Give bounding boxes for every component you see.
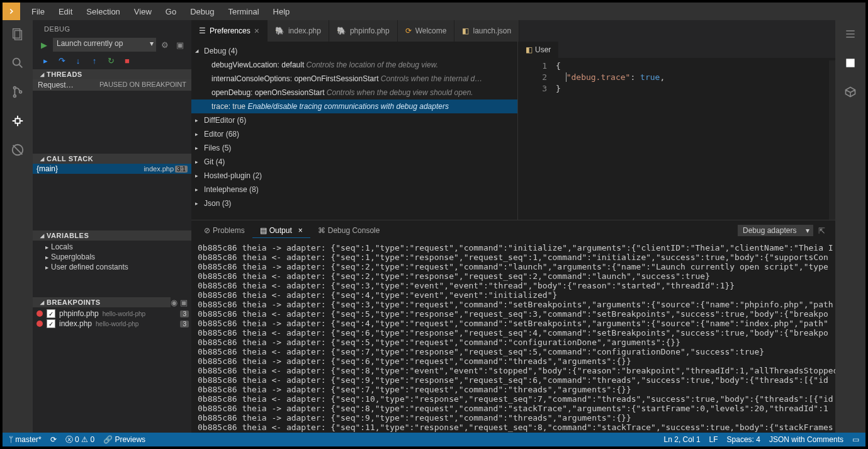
breakpoint-file: phpinfo.php (59, 309, 99, 318)
menu-go[interactable]: Go (159, 4, 183, 19)
problems-status[interactable]: ⓧ 0 ⚠ 0 (65, 435, 94, 445)
pref-desc: Controls the location of the debug view. (307, 60, 438, 69)
thread-row[interactable]: Request… PAUSED ON BREAKPOINT (33, 79, 191, 91)
editor-tab[interactable]: ⟳Welcome (398, 20, 455, 42)
start-debug-button[interactable]: ▶ (38, 38, 50, 51)
pref-group[interactable]: Files (5) (191, 141, 517, 155)
editor-tab[interactable]: ☰Preferences× (191, 20, 268, 42)
outline-icon[interactable] (842, 25, 859, 43)
variables-header[interactable]: VARIABLES (33, 230, 191, 241)
variable-scope[interactable]: User defined constants (33, 262, 191, 272)
step-out-button[interactable]: ↑ (89, 55, 99, 65)
eol-status[interactable]: LF (709, 435, 718, 444)
breakpoint-row[interactable]: ✓index.phphello-world-php3 (33, 319, 191, 329)
pref-group[interactable]: Editor (68) (191, 127, 517, 141)
user-settings-tab[interactable]: ◧ User (518, 42, 558, 58)
output-channel-select[interactable]: Debug adapters (738, 225, 813, 236)
scm-icon[interactable] (9, 83, 26, 101)
editor-tab[interactable]: 🐘index.php (268, 20, 329, 42)
pref-group[interactable]: Hosted-plugin (2) (191, 169, 517, 183)
pref-group[interactable]: Git (4) (191, 155, 517, 169)
menu-file[interactable]: File (25, 4, 51, 19)
previews-status[interactable]: 🔗 Previews (103, 435, 145, 444)
pref-item[interactable]: debugViewLocation: default Controls the … (191, 58, 517, 72)
threads-header[interactable]: THREADS (33, 69, 191, 79)
pref-group[interactable]: Intelephense (8) (191, 183, 517, 196)
breakpoint-checkbox[interactable]: ✓ (47, 319, 55, 328)
close-icon[interactable]: × (298, 226, 303, 235)
breakpoint-dot-icon (37, 310, 43, 317)
toggle-breakpoints-icon[interactable]: ◉ (171, 298, 178, 307)
debug-icon[interactable] (9, 112, 26, 130)
debug-repl-icon[interactable]: ▣ (174, 38, 186, 51)
svg-point-3 (14, 87, 16, 89)
continue-button[interactable]: ▸ (40, 55, 50, 65)
pref-key: trace (211, 102, 228, 111)
pref-desc: Controls when the debug view should open… (327, 88, 473, 97)
tab-label: launch.json (473, 26, 511, 35)
pref-val: true (232, 102, 245, 111)
pref-item[interactable]: internalConsoleOptions: openOnFirstSessi… (191, 72, 517, 86)
launch-config-select[interactable]: Launch currently op (53, 38, 156, 52)
pref-item[interactable]: trace: true Enable/disable tracing commu… (191, 99, 517, 113)
breakpoint-checkbox[interactable]: ✓ (47, 309, 55, 318)
menu-help[interactable]: Help (267, 4, 296, 19)
panel-tab-debug-console[interactable]: ⌘Debug Console (310, 224, 388, 237)
window-icon[interactable]: ▭ (852, 435, 859, 444)
restart-button[interactable]: ↻ (106, 55, 116, 65)
box-icon[interactable] (842, 83, 859, 101)
menu-edit[interactable]: Edit (52, 4, 79, 19)
panel-tab-icon: ▤ (260, 226, 267, 235)
thread-status: PAUSED ON BREAKPOINT (99, 81, 186, 89)
git-branch[interactable]: ᛘ master* (9, 435, 42, 444)
pref-group[interactable]: Json (3) (191, 196, 517, 210)
extensions-icon[interactable] (9, 141, 26, 159)
breakpoint-project: hello-world-php (96, 321, 138, 327)
editor-tab[interactable]: 🐘phpinfo.php (329, 20, 398, 42)
step-over-button[interactable]: ↷ (57, 55, 67, 65)
tab-label: Welcome (415, 26, 447, 35)
menu-selection[interactable]: Selection (80, 4, 126, 19)
branch-label: master* (15, 435, 41, 444)
breakpoints-header[interactable]: BREAKPOINTS (33, 297, 171, 307)
sidebar-title: DEBUG (33, 20, 191, 35)
menu-debug[interactable]: Debug (184, 4, 220, 19)
explorer-icon[interactable] (9, 25, 26, 43)
pref-key: openDebug (211, 88, 251, 97)
tab-label: phpinfo.php (350, 26, 390, 35)
panel-maximize-icon[interactable]: ⇱ (813, 226, 830, 236)
breakpoint-line: 3 (180, 321, 189, 327)
stack-frame[interactable]: {main} index.php3:1 (33, 164, 191, 174)
remove-all-breakpoints-icon[interactable]: ▣ (180, 298, 188, 307)
frame-name: {main} (37, 164, 58, 173)
variable-scope[interactable]: Locals (33, 242, 191, 252)
language-mode[interactable]: JSON with Comments (769, 435, 843, 444)
thread-name: Request… (38, 81, 74, 89)
pref-group[interactable]: Debug (4) (191, 44, 517, 58)
step-into-button[interactable]: ↓ (73, 55, 83, 65)
previews-label: Previews (115, 435, 145, 444)
callstack-header[interactable]: CALL STACK (33, 154, 191, 164)
minimap[interactable] (829, 60, 835, 220)
menu-view[interactable]: View (128, 4, 158, 19)
editor-tab[interactable]: ◧launch.json (454, 20, 519, 42)
breakpoint-row[interactable]: ✓phpinfo.phphello-world-php3 (33, 309, 191, 319)
cursor-position[interactable]: Ln 2, Col 1 (664, 435, 701, 444)
pref-group[interactable]: DiffEditor (6) (191, 113, 517, 127)
indent-status[interactable]: Spaces: 4 (727, 435, 760, 444)
panel-tab-output[interactable]: ▤Output× (252, 224, 310, 238)
breakpoint-dot-icon (37, 321, 43, 327)
menu-terminal[interactable]: Terminal (222, 4, 265, 19)
sync-icon[interactable]: ⟳ (50, 435, 57, 444)
gear-icon[interactable]: ⚙ (159, 38, 171, 51)
breakpoint-project: hello-world-php (103, 310, 145, 317)
references-icon[interactable] (842, 54, 859, 72)
panel-tab-problems[interactable]: ⊘Problems (196, 224, 252, 237)
pref-key: internalConsoleOptions (211, 74, 290, 83)
pref-item[interactable]: openDebug: openOnSessionStart Controls w… (191, 86, 517, 99)
stop-button[interactable]: ■ (122, 55, 132, 65)
tab-label: Preferences (210, 26, 251, 35)
search-icon[interactable] (9, 54, 26, 72)
variable-scope[interactable]: Superglobals (33, 252, 191, 262)
close-icon[interactable]: × (254, 26, 259, 36)
